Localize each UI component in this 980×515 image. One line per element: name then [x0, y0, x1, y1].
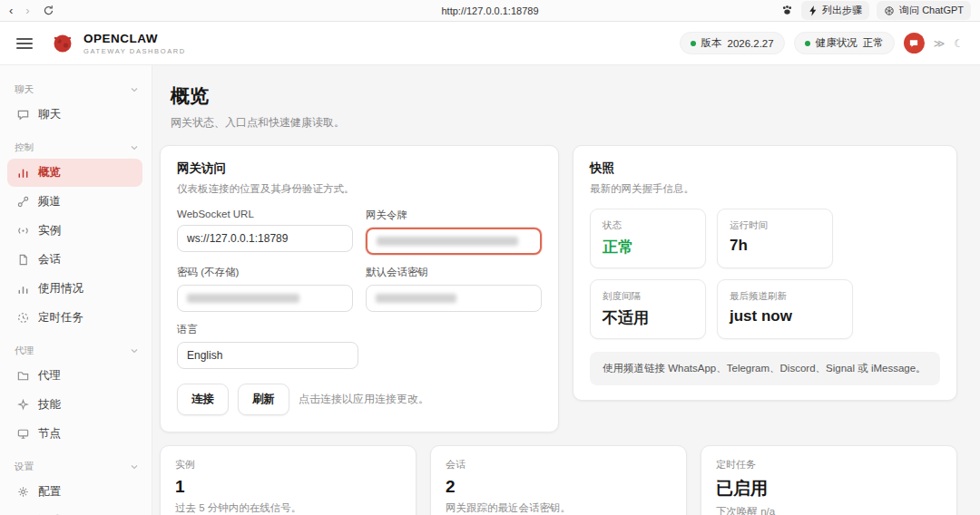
redacted-token-value — [377, 237, 518, 246]
websocket-url-input[interactable] — [177, 225, 353, 252]
tile-label: 状态 — [603, 219, 693, 232]
sidebar-item-label: 会话 — [38, 252, 61, 267]
sidebar-item-debug[interactable]: 调试 — [7, 507, 142, 515]
sparkle-icon — [16, 398, 30, 412]
password-label: 密码 (不存储) — [177, 266, 353, 279]
chat-bubble-icon — [908, 38, 919, 49]
forward-icon[interactable]: › — [25, 5, 29, 16]
stat-label: 实例 — [175, 458, 401, 471]
sidebar-item-overview[interactable]: 概览 — [7, 159, 142, 187]
ask-chatgpt-button[interactable]: 询问 ChatGPT — [877, 1, 971, 20]
sidebar-section-control[interactable]: 控制 — [0, 136, 152, 158]
sidebar-item-label: 频道 — [38, 194, 61, 209]
gear-icon — [16, 485, 30, 499]
sidebar-section-chat[interactable]: 聊天 — [0, 78, 152, 100]
session-key-label: 默认会话密钥 — [366, 266, 542, 279]
sidebar-item-label: 概览 — [38, 165, 61, 180]
refresh-button[interactable]: 刷新 — [238, 384, 289, 415]
page-title: 概览 — [171, 83, 957, 109]
version-badge: 版本 2026.2.27 — [680, 32, 785, 54]
sidebar-item-agents[interactable]: 代理 — [7, 362, 142, 390]
status-tile: 状态 正常 — [590, 209, 706, 268]
address-bar[interactable]: http://127.0.0.1:18789 — [441, 5, 538, 16]
moon-icon[interactable]: ☾ — [954, 37, 964, 50]
websocket-url-label: WebSocket URL — [177, 209, 353, 219]
version-label: 版本 — [701, 36, 722, 50]
folder-icon — [16, 369, 30, 383]
gateway-access-card: 网关访问 仪表板连接的位置及其身份验证方式。 WebSocket URL 网关令… — [160, 145, 559, 432]
claw-extension-icon[interactable] — [780, 4, 794, 17]
sidebar-item-config[interactable]: 配置 — [7, 478, 142, 506]
stat-description: 网关跟踪的最近会话密钥。 — [446, 501, 671, 515]
menu-icon[interactable] — [16, 38, 33, 49]
sidebar-item-instances[interactable]: 实例 — [7, 217, 142, 245]
green-dot-icon — [805, 41, 810, 46]
brand-name: OPENCLAW — [83, 32, 186, 45]
language-value: English — [187, 349, 222, 362]
sidebar-item-label: 实例 — [38, 223, 61, 238]
tile-value: 7h — [730, 237, 820, 255]
green-dot-icon — [691, 41, 696, 46]
sidebar-item-label: 聊天 — [38, 107, 61, 122]
list-steps-button[interactable]: 列出步骤 — [801, 1, 869, 20]
ask-chatgpt-label: 询问 ChatGPT — [899, 4, 964, 17]
chevron-down-icon — [130, 143, 139, 152]
chevron-down-icon — [130, 85, 139, 94]
tile-value: 不适用 — [603, 307, 693, 328]
link-icon — [16, 195, 30, 209]
section-title: 设置 — [15, 461, 34, 473]
section-title: 聊天 — [15, 83, 34, 96]
gateway-access-description: 仪表板连接的位置及其身份验证方式。 — [177, 182, 542, 196]
dotted-clock-icon — [16, 311, 30, 325]
health-label: 健康状况 — [816, 36, 858, 50]
sidebar-item-usage[interactable]: 使用情况 — [7, 275, 142, 303]
sidebar-item-nodes[interactable]: 节点 — [7, 420, 142, 448]
chevron-down-icon — [130, 346, 139, 355]
sidebar-item-skills[interactable]: 技能 — [7, 391, 142, 419]
sidebar-item-sessions[interactable]: 会话 — [7, 246, 142, 274]
tile-label: 最后频道刷新 — [730, 290, 840, 303]
main-content: 概览 网关状态、入口点和快速健康读取。 网关访问 仪表板连接的位置及其身份验证方… — [152, 65, 980, 515]
session-key-input[interactable] — [366, 285, 542, 312]
sidebar-section-agents[interactable]: 代理 — [0, 339, 152, 361]
section-title: 代理 — [15, 345, 34, 357]
chatgpt-icon — [884, 5, 895, 16]
snapshot-card: 快照 最新的网关握手信息。 状态 正常 运行时间 7h 刻度间隔 不适用 — [573, 145, 957, 401]
stat-description: 过去 5 分钟内的在线信号。 — [175, 501, 401, 515]
sidebar-section-settings[interactable]: 设置 — [0, 455, 152, 477]
redacted-password-value — [187, 294, 299, 303]
sidebar-item-label: 使用情况 — [38, 281, 83, 296]
password-input[interactable] — [177, 285, 353, 312]
snapshot-title: 快照 — [590, 160, 940, 177]
version-value: 2026.2.27 — [728, 38, 774, 49]
double-chevron-icon[interactable]: ≫ — [934, 37, 946, 50]
stat-value: 2 — [446, 477, 671, 497]
sessions-stat-card: 会话 2 网关跟踪的最近会话密钥。 — [430, 445, 687, 515]
sidebar-item-channels[interactable]: 频道 — [7, 188, 142, 216]
sidebar-item-label: 技能 — [38, 397, 61, 413]
sidebar-item-cron[interactable]: 定时任务 — [7, 304, 142, 332]
chat-status-button[interactable] — [904, 33, 925, 53]
signal-waves-icon — [16, 224, 30, 238]
connect-hint: 点击连接以应用连接更改。 — [299, 392, 429, 407]
gateway-access-title: 网关访问 — [177, 160, 542, 177]
tile-label: 运行时间 — [730, 219, 820, 232]
uptime-tile: 运行时间 7h — [717, 209, 833, 268]
back-icon[interactable]: ‹ — [9, 5, 13, 16]
monitor-icon — [16, 427, 30, 441]
language-label: 语言 — [177, 323, 358, 336]
language-select[interactable]: English — [177, 342, 358, 369]
health-status-badge: 健康状况 正常 — [794, 32, 895, 54]
stat-value: 已启用 — [716, 477, 942, 500]
reload-icon[interactable] — [43, 5, 54, 16]
page-subtitle: 网关状态、入口点和快速健康读取。 — [171, 115, 957, 131]
connect-button[interactable]: 连接 — [177, 384, 229, 415]
browser-bar: ‹ › http://127.0.0.1:18789 列出步骤 询问 ChatG… — [0, 0, 980, 22]
sidebar-item-chat[interactable]: 聊天 — [7, 101, 142, 129]
redacted-session-key-value — [376, 294, 456, 303]
stat-label: 定时任务 — [716, 458, 942, 471]
lightning-icon — [808, 5, 818, 16]
brand-subtitle: GATEWAY DASHBOARD — [83, 47, 186, 55]
gateway-token-input[interactable] — [366, 228, 542, 255]
stat-label: 会话 — [446, 458, 671, 471]
